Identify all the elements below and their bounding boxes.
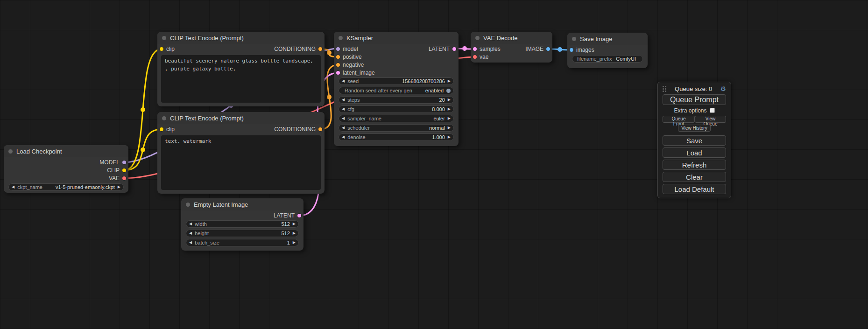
increment-arrow-icon[interactable]: ▶ <box>448 135 451 139</box>
decrement-arrow-icon[interactable]: ◀ <box>189 222 192 226</box>
seed-widget[interactable]: ◀ seed 156680208700286 ▶ <box>339 77 454 85</box>
clip-input-slot[interactable] <box>160 47 163 51</box>
drag-handle-icon[interactable] <box>663 86 664 87</box>
scheduler-widget[interactable]: ◀ scheduler normal ▶ <box>339 124 454 132</box>
save-button[interactable]: Save <box>663 135 726 146</box>
load-button[interactable]: Load <box>663 147 726 158</box>
collapse-dot[interactable] <box>475 36 480 40</box>
node-load-checkpoint[interactable]: Load Checkpoint MODEL CLIP VAE ◀ ckpt_na… <box>4 145 128 193</box>
samples-input-slot[interactable] <box>473 47 477 51</box>
conditioning-output-slot[interactable] <box>318 47 322 51</box>
height-widget[interactable]: ◀ height 512 ▶ <box>186 230 299 237</box>
model-output-slot[interactable] <box>122 161 126 164</box>
widget-label: batch_size <box>195 240 219 245</box>
widget-value: euler <box>433 116 445 121</box>
cfg-widget[interactable]: ◀ cfg 8.000 ▶ <box>339 105 454 113</box>
decrement-arrow-icon[interactable]: ◀ <box>189 231 192 235</box>
collapse-dot[interactable] <box>8 149 13 154</box>
decrement-arrow-icon[interactable]: ◀ <box>189 241 192 245</box>
increment-arrow-icon[interactable]: ▶ <box>293 222 296 226</box>
latent-output-slot[interactable] <box>297 214 301 217</box>
negative-input-slot[interactable] <box>336 63 340 67</box>
node-titlebar[interactable]: VAE Decode <box>471 32 552 44</box>
decrement-arrow-icon[interactable]: ◀ <box>342 107 345 111</box>
input-label: clip <box>166 46 175 52</box>
collapse-dot[interactable] <box>186 203 190 207</box>
node-titlebar[interactable]: Save Image <box>567 33 648 45</box>
node-empty-latent-image[interactable]: Empty Latent Image LATENT ◀ width 512 ▶ … <box>181 198 303 251</box>
decrement-arrow-icon[interactable]: ◀ <box>342 98 345 102</box>
widget-label: seed <box>347 78 359 84</box>
denoise-widget[interactable]: ◀ denoise 1.000 ▶ <box>339 133 454 141</box>
latent-output-slot[interactable] <box>452 47 456 51</box>
steps-widget[interactable]: ◀ steps 20 ▶ <box>339 96 454 104</box>
increment-arrow-icon[interactable]: ▶ <box>448 126 451 130</box>
decrement-arrow-icon[interactable]: ◀ <box>342 79 345 83</box>
slot-row: clip CONDITIONING <box>157 125 325 133</box>
node-clip-text-encode-negative[interactable]: CLIP Text Encode (Prompt) clip CONDITION… <box>157 112 325 194</box>
ckpt-name-widget[interactable]: ◀ ckpt_name v1-5-pruned-emaonly.ckpt ▶ <box>8 183 124 191</box>
load-default-button[interactable]: Load Default <box>663 184 726 194</box>
decrement-arrow-icon[interactable]: ◀ <box>342 135 345 139</box>
clip-output-slot[interactable] <box>122 168 126 172</box>
node-titlebar[interactable]: KSampler <box>334 32 459 44</box>
comfy-menu-panel: Queue size: 0 ⚙ Queue Prompt Extra optio… <box>657 82 731 198</box>
decrement-arrow-icon[interactable]: ◀ <box>12 185 14 189</box>
collapse-dot[interactable] <box>162 36 166 40</box>
latent-image-input-slot[interactable] <box>336 71 340 75</box>
batch-size-widget[interactable]: ◀ batch_size 1 ▶ <box>186 239 299 246</box>
width-widget[interactable]: ◀ width 512 ▶ <box>186 220 299 228</box>
node-title: Save Image <box>580 35 612 42</box>
clear-button[interactable]: Clear <box>663 172 726 182</box>
collapse-dot[interactable] <box>339 36 343 40</box>
toggle-dot-icon[interactable] <box>446 89 451 93</box>
widget-label: width <box>195 221 207 227</box>
node-titlebar[interactable]: CLIP Text Encode (Prompt) <box>157 112 325 124</box>
image-output-slot[interactable] <box>546 47 550 51</box>
node-titlebar[interactable]: Load Checkpoint <box>4 145 128 157</box>
collapse-dot[interactable] <box>162 116 166 120</box>
wire-midpoint-dot <box>327 95 332 99</box>
node-ksampler[interactable]: KSampler model LATENT positive negative … <box>334 32 459 146</box>
refresh-button[interactable]: Refresh <box>663 160 726 170</box>
output-slot-row: VAE <box>4 174 128 182</box>
increment-arrow-icon[interactable]: ▶ <box>293 231 296 235</box>
decrement-arrow-icon[interactable]: ◀ <box>342 126 345 130</box>
prompt-textarea[interactable]: text, watermark <box>161 135 321 190</box>
sampler-name-widget[interactable]: ◀ sampler_name euler ▶ <box>339 115 454 122</box>
prompt-textarea[interactable]: beautiful scenery nature glass bottle la… <box>161 55 321 103</box>
vae-output-slot[interactable] <box>122 176 126 180</box>
node-titlebar[interactable]: Empty Latent Image <box>181 198 303 210</box>
increment-arrow-icon[interactable]: ▶ <box>118 185 120 189</box>
increment-arrow-icon[interactable]: ▶ <box>448 107 451 111</box>
vae-input-slot[interactable] <box>473 55 477 59</box>
collapse-dot[interactable] <box>572 37 576 41</box>
extra-options-checkbox[interactable] <box>710 108 715 113</box>
clip-input-slot[interactable] <box>160 127 163 131</box>
view-queue-button[interactable]: View Queue <box>695 116 726 123</box>
increment-arrow-icon[interactable]: ▶ <box>448 79 451 83</box>
node-save-image[interactable]: Save Image images filename_prefix ComfyU… <box>567 33 648 68</box>
queue-front-button[interactable]: Queue Front <box>663 116 695 123</box>
images-input-slot[interactable] <box>570 48 573 52</box>
increment-arrow-icon[interactable]: ▶ <box>293 241 296 245</box>
random-seed-toggle-widget[interactable]: Random seed after every gen enabled <box>339 87 454 94</box>
node-clip-text-encode-positive[interactable]: CLIP Text Encode (Prompt) clip CONDITION… <box>157 32 325 106</box>
widget-value: 156680208700286 <box>402 78 445 84</box>
node-titlebar[interactable]: CLIP Text Encode (Prompt) <box>157 32 325 44</box>
node-vae-decode[interactable]: VAE Decode samples IMAGE vae <box>471 32 552 63</box>
extra-options-label: Extra options <box>674 107 706 114</box>
increment-arrow-icon[interactable]: ▶ <box>448 98 451 102</box>
model-input-slot[interactable] <box>336 47 340 51</box>
filename-prefix-widget[interactable]: filename_prefix ComfyUI <box>572 55 643 63</box>
increment-arrow-icon[interactable]: ▶ <box>448 117 451 120</box>
queue-prompt-button[interactable]: Queue Prompt <box>663 94 726 105</box>
output-slot-row: MODEL <box>4 158 128 166</box>
widget-label: steps <box>347 97 360 103</box>
comfyui-canvas[interactable]: { "colors": { "model": "#B39DDB", "clip"… <box>0 0 868 329</box>
decrement-arrow-icon[interactable]: ◀ <box>342 117 345 120</box>
positive-input-slot[interactable] <box>336 55 340 59</box>
conditioning-output-slot[interactable] <box>318 127 322 131</box>
settings-gear-icon[interactable]: ⚙ <box>720 85 726 92</box>
view-history-button[interactable]: View History <box>678 125 710 132</box>
